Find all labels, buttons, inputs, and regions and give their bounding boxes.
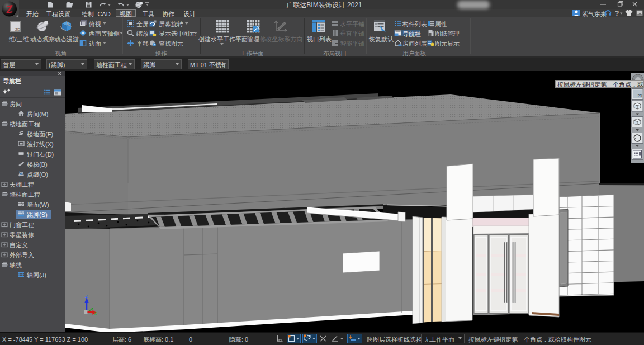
svg-text:X: X: [94, 311, 97, 316]
svg-text:2D: 2D: [15, 27, 20, 31]
svg-text:?: ?: [615, 10, 619, 17]
svg-text:2D: 2D: [638, 94, 643, 98]
